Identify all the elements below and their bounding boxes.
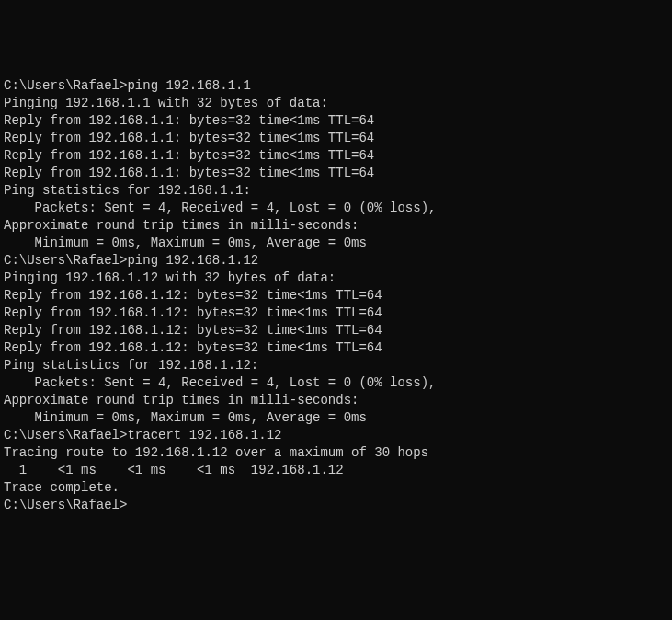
command-line: C:\Users\Rafael>ping 192.168.1.1 [4,77,668,95]
command-text: tracert 192.168.1.12 [127,428,281,442]
output-line: 1 <1 ms <1 ms <1 ms 192.168.1.12 [4,462,668,479]
output-line: Minimum = 0ms, Maximum = 0ms, Average = … [4,235,668,252]
output-line: Reply from 192.168.1.12: bytes=32 time<1… [4,287,668,304]
output-line: Packets: Sent = 4, Received = 4, Lost = … [4,200,668,217]
prompt: C:\Users\Rafael> [4,498,127,512]
output-line: Ping statistics for 192.168.1.12: [4,357,668,374]
output-line: Pinging 192.168.1.1 with 32 bytes of dat… [4,95,668,112]
output-line: Ping statistics for 192.168.1.1: [4,182,668,200]
output-line: Reply from 192.168.1.1: bytes=32 time<1m… [4,165,668,182]
output-line: Packets: Sent = 4, Received = 4, Lost = … [4,374,668,392]
output-line: Reply from 192.168.1.12: bytes=32 time<1… [4,304,668,322]
output-line: Trace complete. [4,479,668,497]
prompt: C:\Users\Rafael> [4,253,127,268]
terminal-output[interactable]: C:\Users\Rafael>ping 192.168.1.1Pinging … [4,77,668,514]
command-line: C:\Users\Rafael>ping 192.168.1.12 [4,252,668,270]
prompt: C:\Users\Rafael> [4,428,127,442]
output-line: Reply from 192.168.1.1: bytes=32 time<1m… [4,130,668,147]
output-line: Reply from 192.168.1.1: bytes=32 time<1m… [4,112,668,130]
output-line: Minimum = 0ms, Maximum = 0ms, Average = … [4,409,668,427]
output-line: Reply from 192.168.1.12: bytes=32 time<1… [4,339,668,357]
output-line: Approximate round trip times in milli-se… [4,392,668,409]
command-line: C:\Users\Rafael>tracert 192.168.1.12 [4,427,668,444]
output-line: Reply from 192.168.1.1: bytes=32 time<1m… [4,147,668,165]
output-line: Approximate round trip times in milli-se… [4,217,668,235]
output-line: Reply from 192.168.1.12: bytes=32 time<1… [4,322,668,339]
active-prompt-line[interactable]: C:\Users\Rafael> [4,497,668,514]
command-text: ping 192.168.1.1 [127,78,250,93]
output-line: Tracing route to 192.168.1.12 over a max… [4,444,668,462]
output-line: Pinging 192.168.1.12 with 32 bytes of da… [4,270,668,287]
command-text: ping 192.168.1.12 [127,253,258,268]
prompt: C:\Users\Rafael> [4,78,127,93]
